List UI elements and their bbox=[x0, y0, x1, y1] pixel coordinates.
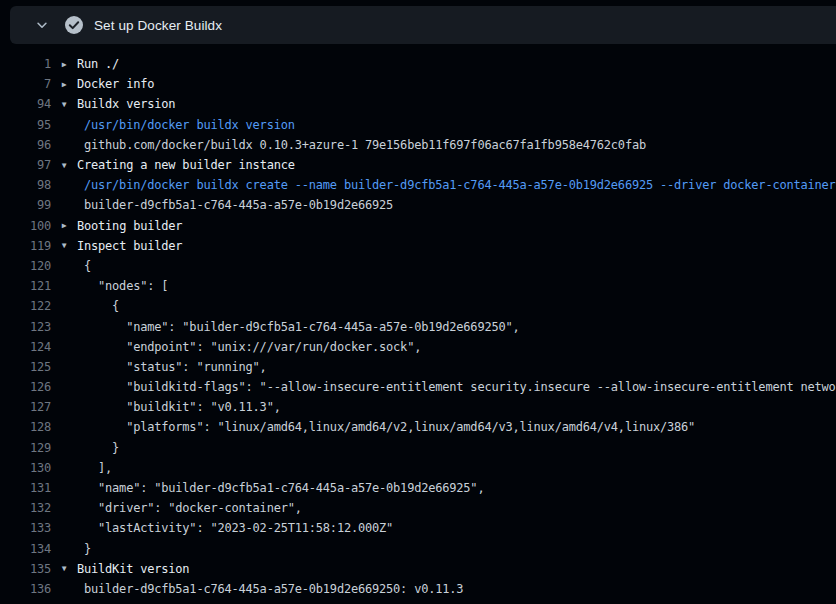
line-number[interactable]: 7 bbox=[0, 77, 51, 91]
log-line[interactable]: 119 ▼ Inspect builder bbox=[0, 236, 836, 256]
line-number[interactable]: 122 bbox=[0, 299, 51, 313]
line-number[interactable]: 119 bbox=[0, 239, 51, 253]
line-number[interactable]: 124 bbox=[0, 340, 51, 354]
line-number[interactable]: 130 bbox=[0, 461, 51, 475]
step-title: Set up Docker Buildx bbox=[94, 18, 222, 33]
log-text[interactable]: Buildx version bbox=[77, 97, 175, 111]
line-number[interactable]: 98 bbox=[0, 178, 51, 192]
log-line: 99 builder-d9cfb5a1-c764-445a-a57e-0b19d… bbox=[0, 195, 836, 215]
log-text: "name": "builder-d9cfb5a1-c764-445a-a57e… bbox=[84, 481, 484, 495]
log-text: { bbox=[84, 299, 119, 313]
line-number[interactable]: 126 bbox=[0, 380, 51, 394]
line-number[interactable]: 133 bbox=[0, 521, 51, 535]
check-circle-icon bbox=[64, 15, 84, 35]
log-line[interactable]: 100 ▶ Booting builder bbox=[0, 216, 836, 236]
line-number[interactable]: 120 bbox=[0, 259, 51, 273]
log-text: "lastActivity": "2023-02-25T11:58:12.000… bbox=[84, 521, 393, 535]
log-line: 130 ], bbox=[0, 458, 836, 478]
log-text: "status": "running", bbox=[84, 360, 267, 374]
log-line: 134 } bbox=[0, 539, 836, 559]
log-text: /usr/bin/docker buildx create --name bui… bbox=[84, 178, 836, 192]
group-toggle-icon[interactable]: ▼ bbox=[51, 564, 77, 573]
log-line[interactable]: 1 ▶ Run ./ bbox=[0, 54, 836, 74]
log-text: builder-d9cfb5a1-c764-445a-a57e-0b19d2e6… bbox=[84, 582, 463, 596]
line-number[interactable]: 1 bbox=[0, 57, 51, 71]
log-text: "endpoint": "unix:///var/run/docker.sock… bbox=[84, 340, 421, 354]
log-line: 124 "endpoint": "unix:///var/run/docker.… bbox=[0, 337, 836, 357]
log-line[interactable]: 94 ▼ Buildx version bbox=[0, 94, 836, 114]
log-text: "nodes": [ bbox=[84, 279, 168, 293]
log-area: 1 ▶ Run ./ 7 ▶ Docker info 94 ▼ Buildx v… bbox=[0, 44, 836, 604]
line-number[interactable]: 135 bbox=[0, 562, 51, 576]
log-text: /usr/bin/docker buildx version bbox=[84, 118, 295, 132]
log-text: "buildkit": "v0.11.3", bbox=[84, 400, 281, 414]
line-number[interactable]: 127 bbox=[0, 400, 51, 414]
line-number[interactable]: 129 bbox=[0, 441, 51, 455]
line-number[interactable]: 132 bbox=[0, 501, 51, 515]
line-number[interactable]: 96 bbox=[0, 138, 51, 152]
log-line: 136 builder-d9cfb5a1-c764-445a-a57e-0b19… bbox=[0, 579, 836, 599]
log-line[interactable]: 97 ▼ Creating a new builder instance bbox=[0, 155, 836, 175]
line-number[interactable]: 100 bbox=[0, 219, 51, 233]
log-line: 120 { bbox=[0, 256, 836, 276]
log-line: 121 "nodes": [ bbox=[0, 276, 836, 296]
log-text[interactable]: Booting builder bbox=[77, 219, 182, 233]
group-toggle-icon[interactable]: ▼ bbox=[51, 161, 77, 170]
log-line: 95 /usr/bin/docker buildx version bbox=[0, 115, 836, 135]
log-line: 122 { bbox=[0, 296, 836, 316]
line-number[interactable]: 94 bbox=[0, 97, 51, 111]
line-number[interactable]: 121 bbox=[0, 279, 51, 293]
line-number[interactable]: 134 bbox=[0, 542, 51, 556]
log-text[interactable]: Run ./ bbox=[77, 57, 119, 71]
log-line: 129 } bbox=[0, 438, 836, 458]
group-toggle-icon[interactable]: ▶ bbox=[51, 221, 77, 230]
line-number[interactable]: 97 bbox=[0, 158, 51, 172]
log-text: } bbox=[84, 441, 119, 455]
log-text[interactable]: Docker info bbox=[77, 77, 154, 91]
log-text[interactable]: Inspect builder bbox=[77, 239, 182, 253]
log-text[interactable]: Creating a new builder instance bbox=[77, 158, 295, 172]
log-text: ], bbox=[84, 461, 112, 475]
line-number[interactable]: 136 bbox=[0, 582, 51, 596]
group-toggle-icon[interactable]: ▼ bbox=[51, 241, 77, 250]
actions-log-viewer: { "header": { "title": "Set up Docker Bu… bbox=[0, 0, 836, 604]
line-number[interactable]: 95 bbox=[0, 118, 51, 132]
log-line: 128 "platforms": "linux/amd64,linux/amd6… bbox=[0, 417, 836, 437]
log-line: 126 "buildkitd-flags": "--allow-insecure… bbox=[0, 377, 836, 397]
group-toggle-icon[interactable]: ▶ bbox=[51, 80, 77, 89]
log-line: 127 "buildkit": "v0.11.3", bbox=[0, 397, 836, 417]
log-text: builder-d9cfb5a1-c764-445a-a57e-0b19d2e6… bbox=[84, 198, 393, 212]
line-number[interactable]: 99 bbox=[0, 198, 51, 212]
line-number[interactable]: 123 bbox=[0, 320, 51, 334]
log-text[interactable]: BuildKit version bbox=[77, 562, 189, 576]
log-text: "buildkitd-flags": "--allow-insecure-ent… bbox=[84, 380, 836, 394]
log-line: 96 github.com/docker/buildx 0.10.3+azure… bbox=[0, 135, 836, 155]
step-header[interactable]: Set up Docker Buildx bbox=[10, 6, 836, 44]
group-toggle-icon[interactable]: ▶ bbox=[51, 60, 77, 69]
log-line: 123 "name": "builder-d9cfb5a1-c764-445a-… bbox=[0, 316, 836, 336]
log-line: 131 "name": "builder-d9cfb5a1-c764-445a-… bbox=[0, 478, 836, 498]
log-text: github.com/docker/buildx 0.10.3+azure-1 … bbox=[84, 138, 646, 152]
log-text: "name": "builder-d9cfb5a1-c764-445a-a57e… bbox=[84, 320, 520, 334]
log-text: { bbox=[84, 259, 91, 273]
log-line[interactable]: 135 ▼ BuildKit version bbox=[0, 559, 836, 579]
line-number[interactable]: 131 bbox=[0, 481, 51, 495]
log-text: "driver": "docker-container", bbox=[84, 501, 302, 515]
line-number[interactable]: 125 bbox=[0, 360, 51, 374]
log-line: 133 "lastActivity": "2023-02-25T11:58:12… bbox=[0, 518, 836, 538]
log-text: "platforms": "linux/amd64,linux/amd64/v2… bbox=[84, 420, 695, 434]
chevron-down-icon[interactable] bbox=[34, 17, 50, 33]
log-line: 125 "status": "running", bbox=[0, 357, 836, 377]
log-line[interactable]: 7 ▶ Docker info bbox=[0, 74, 836, 94]
log-line: 132 "driver": "docker-container", bbox=[0, 498, 836, 518]
line-number[interactable]: 128 bbox=[0, 420, 51, 434]
log-text: } bbox=[84, 542, 91, 556]
log-line: 98 /usr/bin/docker buildx create --name … bbox=[0, 175, 836, 195]
group-toggle-icon[interactable]: ▼ bbox=[51, 100, 77, 109]
